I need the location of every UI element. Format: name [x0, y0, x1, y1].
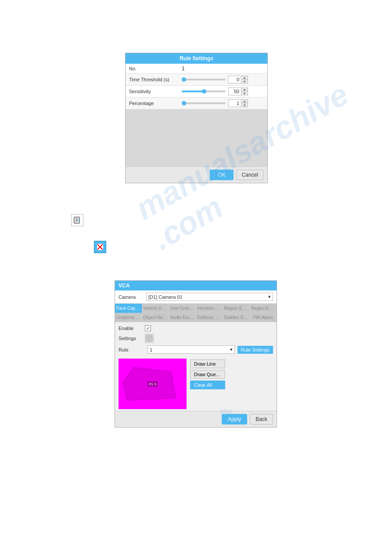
percentage-up[interactable]: ▲: [241, 100, 248, 103]
vca-footer: Apply Back: [115, 411, 277, 427]
tab-pir-alarm[interactable]: PIR Alarm: [250, 313, 277, 322]
enable-value: ✓: [145, 325, 273, 331]
tab-face-capture[interactable]: Face Capture: [115, 304, 142, 313]
sensitivity-slider-track[interactable]: [182, 91, 226, 92]
rule-settings-dialog: Rule Settings No. 1 Time Threshold (s) 0…: [125, 53, 268, 183]
tab-intrusion-det[interactable]: Intrusion Det...: [196, 304, 223, 313]
camera-row: Camera [D1] Camera 01 ▾: [115, 290, 277, 304]
time-threshold-slider-thumb: [182, 77, 186, 82]
enable-label: Enable: [119, 326, 145, 331]
vca-tabs-row1: Face Capture Vehicle Dete... Line Crossi…: [115, 304, 277, 313]
time-threshold-row: Time Threshold (s) 0 ▲ ▼: [126, 74, 267, 86]
tab-defocus-det[interactable]: Defocus Det...: [196, 313, 223, 322]
settings-row: Settings: [115, 333, 277, 344]
time-threshold-spinners: ▲ ▼: [241, 76, 248, 83]
sensitivity-slider-fill: [182, 91, 204, 92]
vca-form: Enable ✓ Settings Rule 1: [115, 322, 277, 357]
rule-chevron-icon: ▾: [230, 347, 233, 352]
enable-checkbox[interactable]: ✓: [145, 325, 151, 331]
camera-select[interactable]: [D1] Camera 01 ▾: [146, 293, 273, 301]
vca-tabs-row2: Unattended... Object Remo... Audio Excep…: [115, 313, 277, 322]
edit-icon[interactable]: [71, 214, 83, 226]
rule-settings-footer: OK Cancel: [126, 167, 267, 183]
rule-settings-body: No. 1 Time Threshold (s) 0 ▲ ▼: [126, 64, 267, 167]
rule-select[interactable]: 1 ▾: [147, 345, 235, 354]
sensitivity-control: 50 ▲ ▼: [182, 87, 264, 95]
time-threshold-down[interactable]: ▼: [241, 80, 248, 83]
percentage-label: Percentage: [129, 101, 182, 106]
tab-region-exitin[interactable]: Region Exitin...: [250, 304, 277, 313]
percentage-control: 1 ▲ ▼: [182, 99, 264, 107]
apply-button[interactable]: Apply: [222, 414, 247, 424]
draw-controls: Draw Line Draw Que... Clear All: [190, 359, 225, 409]
canvas-area: #1 n Draw Line Draw Que... Clear All: [115, 357, 277, 411]
enable-row: Enable ✓: [115, 324, 277, 333]
camera-value: [D1] Camera 01: [148, 294, 183, 300]
vca-dialog: VCA Camera [D1] Camera 01 ▾ Face Capture…: [115, 280, 277, 428]
time-threshold-label: Time Threshold (s): [129, 77, 182, 82]
no-row: No. 1: [126, 64, 267, 74]
flag-icon[interactable]: ✕: [94, 241, 106, 253]
camera-dropdown-icon: ▾: [268, 294, 271, 300]
tab-sudden-scen[interactable]: Sudden Scen...: [223, 313, 249, 322]
sensitivity-value: 50: [229, 88, 241, 94]
rule-label: Rule: [119, 347, 145, 352]
no-value: 1: [182, 65, 185, 72]
percentage-spinners: ▲ ▼: [241, 100, 248, 107]
clear-all-button[interactable]: Clear All: [190, 381, 225, 389]
tab-region-entr[interactable]: Region Entr...: [223, 304, 249, 313]
no-label: No.: [129, 66, 182, 71]
tab-audio-except[interactable]: Audio Except...: [169, 313, 196, 322]
settings-label: Settings: [119, 336, 145, 341]
canvas-region-label: #1 n: [147, 381, 158, 387]
percentage-down[interactable]: ▼: [241, 103, 248, 107]
sensitivity-label: Sensitivity: [129, 89, 182, 94]
time-threshold-slider-track[interactable]: [182, 79, 226, 80]
tab-line-crossing[interactable]: Line Crossin...: [169, 304, 196, 313]
vca-title: VCA: [115, 281, 277, 290]
percentage-slider-track[interactable]: [182, 102, 226, 104]
sensitivity-input[interactable]: 50 ▲ ▼: [228, 87, 248, 95]
no-control: 1: [182, 65, 264, 72]
vca-canvas: #1 n: [119, 359, 187, 409]
camera-label: Camera: [119, 294, 143, 300]
time-threshold-control: 0 ▲ ▼: [182, 76, 264, 83]
mop-annotation: Mop: [220, 408, 232, 415]
rule-settings-title: Rule Settings: [126, 53, 267, 64]
rule-value: 1: [150, 347, 152, 352]
sensitivity-down[interactable]: ▼: [241, 91, 248, 95]
cancel-button[interactable]: Cancel: [236, 170, 264, 180]
tab-unattended[interactable]: Unattended...: [115, 313, 142, 322]
percentage-value: 1: [229, 100, 241, 106]
time-threshold-input[interactable]: 0 ▲ ▼: [228, 76, 248, 83]
rule-settings-button[interactable]: Rule Settings: [237, 346, 273, 354]
time-threshold-up[interactable]: ▲: [241, 76, 248, 80]
ok-button[interactable]: OK: [210, 170, 233, 180]
rule-row: Rule 1 ▾ Rule Settings: [115, 344, 277, 355]
percentage-row: Percentage 1 ▲ ▼: [126, 98, 267, 109]
back-button[interactable]: Back: [250, 414, 273, 424]
sensitivity-up[interactable]: ▲: [241, 88, 248, 91]
sensitivity-spinners: ▲ ▼: [241, 88, 248, 95]
draw-line-button[interactable]: Draw Line: [190, 359, 225, 368]
dialog-gray-area: [126, 109, 267, 167]
percentage-slider-thumb: [182, 101, 186, 105]
percentage-input[interactable]: 1 ▲ ▼: [228, 99, 248, 107]
sensitivity-slider-thumb: [202, 89, 206, 94]
sensitivity-row: Sensitivity 50 ▲ ▼: [126, 86, 267, 98]
tab-vehicle-dete[interactable]: Vehicle Dete...: [142, 304, 169, 313]
time-threshold-value: 0: [229, 76, 241, 83]
draw-queue-button[interactable]: Draw Que...: [190, 370, 225, 379]
settings-value: [145, 334, 273, 343]
tab-object-remo[interactable]: Object Remo...: [142, 313, 169, 322]
settings-icon-btn[interactable]: [145, 334, 154, 343]
